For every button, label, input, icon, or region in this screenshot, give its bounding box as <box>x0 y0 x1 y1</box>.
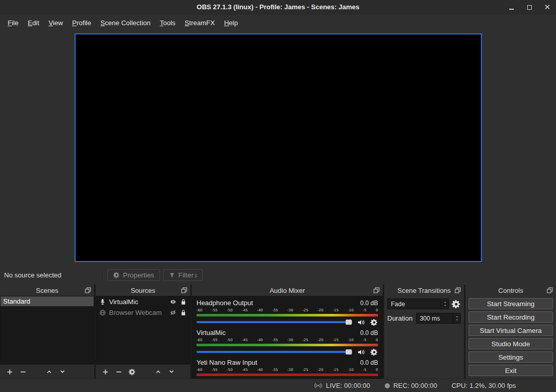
record-dot-icon <box>385 383 390 388</box>
gear-icon[interactable] <box>370 319 378 326</box>
scenes-dock: Scenes Standard <box>0 285 94 379</box>
mixer-channel-virtualmic: VirtualMic 0.0 dB -60-55-50-45-40-35-30-… <box>196 329 378 356</box>
meter-scale-label: -10 <box>348 308 353 313</box>
transition-select[interactable]: Fade <box>387 298 449 309</box>
speaker-icon[interactable] <box>357 318 366 327</box>
popout-icon[interactable] <box>546 287 553 294</box>
transition-properties-gear-icon[interactable] <box>452 300 461 309</box>
start-recording-button[interactable]: Start Recording <box>469 311 553 323</box>
mixer-channel-yeti-nano: Yeti Nano Raw Input 0.0 dB -60-55-50-45-… <box>196 359 378 379</box>
speaker-icon[interactable] <box>357 348 366 357</box>
volume-meter <box>196 374 378 376</box>
filter-icon <box>169 272 175 278</box>
minimize-button[interactable] <box>508 4 515 11</box>
meter-scale-label: -55 <box>211 308 217 313</box>
source-move-down-button[interactable] <box>168 368 175 376</box>
menu-help[interactable]: Help <box>220 17 243 29</box>
source-item-browser-webcam[interactable]: Browser Webcam <box>96 307 190 318</box>
visibility-eye-slash-icon[interactable] <box>170 309 176 316</box>
meter-scale-label: -45 <box>242 308 247 313</box>
meter-scale-label: -20 <box>317 368 323 372</box>
menu-tools[interactable]: Tools <box>155 17 180 29</box>
meter-scale-label: -60 <box>196 338 202 343</box>
scene-move-up-button[interactable] <box>45 368 53 376</box>
cpu-status: CPU: 1.2%, 30.00 fps <box>452 382 516 389</box>
chevron-up-icon <box>46 368 52 375</box>
no-source-label: No source selected <box>4 271 61 279</box>
dock-area: Scenes Standard Sources VirtualMic <box>0 285 556 379</box>
popout-icon[interactable] <box>454 287 461 294</box>
volume-slider[interactable] <box>196 321 352 323</box>
scenes-dock-title: Scenes <box>36 287 58 294</box>
volume-slider-handle[interactable] <box>346 349 352 354</box>
popout-icon[interactable] <box>373 287 380 294</box>
volume-slider[interactable] <box>196 351 352 353</box>
maximize-button[interactable] <box>526 4 533 11</box>
add-source-button[interactable] <box>101 368 109 376</box>
meter-scale-label: -5 <box>363 368 366 372</box>
gear-icon[interactable] <box>370 348 378 356</box>
globe-icon <box>99 309 106 316</box>
scene-move-down-button[interactable] <box>59 368 66 376</box>
settings-button[interactable]: Settings <box>469 351 553 363</box>
meter-scale-label: -10 <box>348 368 353 372</box>
window-title: OBS 27.1.3 (linux) - Profile: James - Sc… <box>196 3 359 11</box>
meter-scale: -60-55-50-45-40-35-30-25-20-15-10-50 <box>196 338 378 343</box>
meter-scale-label: -55 <box>211 338 217 343</box>
gear-icon <box>113 272 120 278</box>
close-button[interactable]: ✕ <box>544 4 551 11</box>
meter-scale-label: -30 <box>287 368 293 372</box>
combo-arrows[interactable] <box>441 299 449 309</box>
duration-spinbox[interactable]: 300 ms <box>416 313 461 324</box>
meter-scale-label: -40 <box>257 338 263 343</box>
properties-button[interactable]: Properties <box>107 269 160 281</box>
sources-dock-header: Sources <box>96 285 190 296</box>
spinbox-arrows[interactable] <box>453 313 460 323</box>
maximize-icon <box>527 5 532 10</box>
lock-icon[interactable] <box>180 309 187 316</box>
menu-streamfx[interactable]: StreamFX <box>180 17 220 29</box>
source-name: Browser Webcam <box>109 309 167 316</box>
menu-scene-collection[interactable]: Scene Collection <box>96 17 155 29</box>
audio-mixer-dock-header: Audio Mixer <box>192 285 383 296</box>
preview-canvas[interactable] <box>75 33 482 262</box>
menu-file[interactable]: File <box>3 17 23 29</box>
close-icon: ✕ <box>544 4 551 11</box>
meter-scale-label: -25 <box>302 308 308 313</box>
volume-slider-handle[interactable] <box>346 320 352 325</box>
scene-transitions-dock-title: Scene Transitions <box>398 287 451 294</box>
source-properties-button[interactable] <box>128 368 136 376</box>
start-virtual-camera-button[interactable]: Start Virtual Camera <box>469 325 553 336</box>
arrow-down-icon <box>455 319 459 321</box>
plus-icon <box>6 368 13 376</box>
filters-button[interactable]: Filters <box>163 269 203 281</box>
menu-edit[interactable]: Edit <box>23 17 44 29</box>
scene-transitions-dock-header: Scene Transitions <box>384 285 464 296</box>
popout-icon[interactable] <box>84 287 92 294</box>
volume-meter <box>196 344 378 346</box>
source-move-up-button[interactable] <box>154 368 162 376</box>
source-item-virtualmic[interactable]: VirtualMic <box>96 296 190 307</box>
studio-mode-button[interactable]: Studio Mode <box>469 338 553 349</box>
remove-scene-button[interactable] <box>19 368 27 376</box>
add-scene-button[interactable] <box>6 368 13 376</box>
sources-toolbar <box>96 364 190 379</box>
transition-selected-value: Fade <box>391 301 405 308</box>
source-name: VirtualMic <box>109 298 167 306</box>
scene-item-standard[interactable]: Standard <box>1 296 94 306</box>
meter-scale-label: -35 <box>272 338 278 343</box>
sources-dock: Sources VirtualMic Browser Webcam <box>96 285 190 379</box>
menu-view[interactable]: View <box>44 17 67 29</box>
duration-value: 300 ms <box>420 315 440 322</box>
menu-profile[interactable]: Profile <box>67 17 96 29</box>
start-streaming-button[interactable]: Start Streaming <box>469 298 553 309</box>
popout-icon[interactable] <box>181 287 188 294</box>
lock-icon[interactable] <box>180 298 187 305</box>
visibility-eye-icon[interactable] <box>170 298 176 305</box>
meter-scale-label: -5 <box>363 308 366 313</box>
chevron-up-icon <box>155 368 162 375</box>
exit-button[interactable]: Exit <box>469 365 553 376</box>
meter-scale-label: -25 <box>302 368 308 372</box>
minus-icon <box>20 368 27 376</box>
remove-source-button[interactable] <box>115 368 122 376</box>
